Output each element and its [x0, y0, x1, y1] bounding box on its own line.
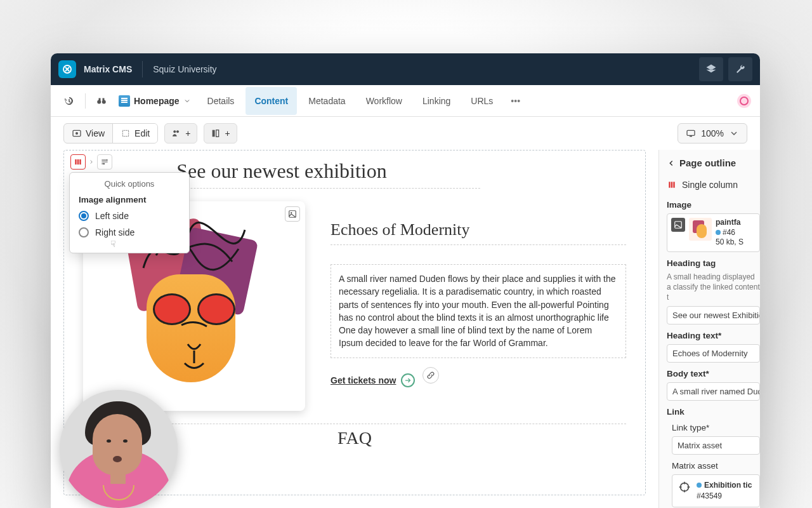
image-asset-panel[interactable]: paintfa #46 50 kb, S	[667, 213, 760, 252]
columns-icon	[667, 180, 677, 189]
matrix-asset-label: Matrix asset	[672, 461, 760, 471]
svg-point-2	[102, 100, 106, 104]
columns-icon[interactable]	[70, 154, 86, 170]
svg-rect-3	[99, 98, 101, 100]
view-button[interactable]: View	[64, 124, 113, 143]
settings-wrench-button[interactable]	[728, 57, 752, 81]
image-section-label: Image	[667, 200, 760, 210]
settings-sliders-icon[interactable]	[97, 154, 112, 170]
link-section-label: Link	[667, 407, 760, 417]
page-outline-header[interactable]: Page outline	[667, 157, 760, 168]
more-tabs-button[interactable]: •••	[504, 92, 527, 110]
svg-rect-14	[75, 159, 76, 164]
tab-workflow[interactable]: Workflow	[357, 87, 411, 115]
page-tabstrip: Homepage Details Content Metadata Workfl…	[51, 85, 760, 117]
svg-rect-22	[671, 182, 672, 187]
popover-title: Quick options	[79, 179, 180, 189]
svg-rect-23	[673, 182, 674, 187]
radio-dot-icon	[79, 211, 89, 221]
app-logo	[58, 60, 76, 78]
page-icon	[119, 95, 130, 107]
chevron-down-icon	[183, 97, 191, 105]
svg-point-8	[174, 130, 176, 133]
image-tool-icon[interactable]	[285, 206, 300, 222]
asset-id: #43549	[697, 491, 752, 502]
plus-icon: +	[185, 128, 190, 138]
svg-rect-12	[687, 130, 695, 135]
radio-left-label: Left side	[95, 211, 129, 221]
edit-button[interactable]: Edit	[113, 124, 157, 143]
block-controls	[70, 154, 112, 170]
zoom-value: 100%	[701, 128, 724, 138]
binoculars-icon[interactable]	[92, 91, 111, 110]
breadcrumb-title: Homepage	[134, 96, 180, 106]
image-icon	[671, 218, 685, 232]
svg-rect-4	[103, 98, 105, 100]
cursor-icon: ☟	[110, 239, 116, 249]
presenter-video-overlay	[60, 390, 178, 508]
tab-linking[interactable]: Linking	[414, 87, 459, 115]
subheading-field[interactable]: Echoes of Modernity	[331, 220, 626, 245]
view-label: View	[86, 128, 105, 138]
body-text-input[interactable]: A small river named Dud	[667, 382, 760, 401]
target-icon	[678, 480, 691, 494]
app-topbar: Matrix CMS Squiz University	[51, 53, 760, 85]
view-edit-toggle: View Edit	[63, 123, 158, 144]
image-hex: #46	[723, 228, 735, 237]
chevron-left-icon	[667, 159, 676, 168]
radio-right-side[interactable]: Right side	[79, 227, 180, 237]
svg-rect-11	[216, 130, 219, 137]
radio-left-side[interactable]: Left side	[79, 211, 180, 221]
outline-single-column-label: Single column	[682, 180, 738, 190]
heading-tag-input[interactable]: See our newest Exhibition	[667, 306, 760, 324]
tab-metadata[interactable]: Metadata	[299, 87, 354, 115]
image-thumbnail	[689, 218, 712, 241]
add-collaborator-button[interactable]: +	[164, 123, 197, 144]
breadcrumb[interactable]: Homepage	[114, 93, 196, 109]
chevron-right-icon	[88, 159, 95, 165]
image-size: 50 kb, S	[716, 237, 743, 248]
edit-label: Edit	[134, 128, 150, 138]
tab-urls[interactable]: URLs	[462, 87, 502, 115]
add-component-button[interactable]: +	[204, 123, 237, 144]
svg-point-1	[97, 100, 101, 104]
svg-point-18	[103, 163, 105, 164]
heading-text-input[interactable]: Echoes of Modernity	[667, 344, 760, 363]
svg-rect-21	[669, 182, 670, 187]
editor-toolbar: View Edit + + 100%	[51, 117, 760, 150]
svg-point-6	[75, 132, 78, 135]
properties-sidebar: Page outline Single column Image paintfa…	[658, 150, 760, 508]
tab-content[interactable]: Content	[246, 87, 297, 115]
page-outline-title: Page outline	[679, 157, 736, 168]
history-icon[interactable]	[60, 91, 79, 110]
link-type-label: Link type*	[672, 423, 760, 432]
divider	[142, 61, 143, 77]
tab-details[interactable]: Details	[199, 87, 244, 115]
heading-tag-help: A small heading displayed a classify the…	[667, 272, 760, 303]
cta-link[interactable]: Get tickets now	[331, 375, 396, 385]
zoom-selector[interactable]: 100%	[678, 123, 747, 144]
plus-icon: +	[225, 128, 230, 138]
app-brand: Matrix CMS	[84, 64, 132, 74]
svg-rect-15	[77, 159, 79, 164]
svg-rect-13	[690, 136, 692, 137]
svg-point-25	[681, 483, 689, 491]
matrix-asset-picker[interactable]: Exhibition tic #43549	[672, 474, 760, 507]
radio-dot-icon	[79, 227, 89, 237]
svg-point-17	[106, 159, 107, 161]
status-indicator[interactable]	[737, 94, 751, 108]
popover-section-label: Image alignment	[79, 195, 180, 204]
radio-right-label: Right side	[95, 227, 134, 237]
layers-button[interactable]	[699, 57, 723, 81]
body-text-field[interactable]: A small river named Duden flows by their…	[331, 264, 626, 358]
heading-text-label: Heading text*	[667, 331, 760, 340]
divider	[85, 93, 86, 109]
outline-single-column[interactable]: Single column	[667, 176, 760, 194]
svg-rect-10	[213, 130, 215, 137]
svg-rect-16	[79, 159, 81, 164]
link-edit-icon[interactable]	[422, 367, 439, 384]
asset-name: Exhibition tic	[704, 481, 752, 490]
link-type-select[interactable]: Matrix asset	[672, 436, 760, 455]
site-name[interactable]: Squiz University	[153, 64, 216, 74]
svg-point-20	[291, 212, 292, 213]
